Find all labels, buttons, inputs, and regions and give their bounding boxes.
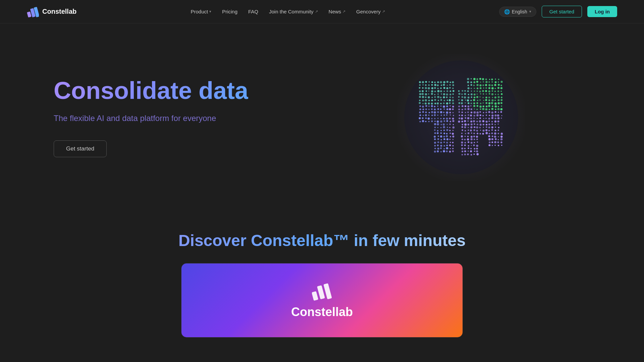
chevron-down-icon: ▾: [209, 9, 211, 14]
svg-point-14: [491, 78, 493, 80]
svg-point-257: [437, 108, 439, 110]
svg-rect-0: [27, 11, 32, 17]
svg-point-292: [465, 112, 466, 113]
video-preview[interactable]: Constellab: [181, 263, 463, 338]
nav-get-started-button[interactable]: Get started: [542, 6, 582, 17]
svg-point-225: [422, 106, 424, 108]
svg-point-327: [489, 115, 490, 116]
svg-point-288: [449, 112, 451, 113]
svg-point-72: [440, 87, 442, 89]
svg-point-431: [452, 130, 454, 131]
nav-community[interactable]: Join the Community ↗: [269, 9, 318, 14]
svg-point-106: [474, 90, 475, 92]
svg-point-263: [458, 109, 460, 110]
nav-product[interactable]: Product ▾: [191, 9, 211, 14]
svg-rect-572: [323, 283, 332, 299]
svg-point-122: [437, 94, 438, 95]
svg-point-110: [485, 90, 487, 92]
svg-point-425: [434, 129, 436, 131]
svg-point-414: [468, 127, 469, 128]
svg-point-19: [425, 81, 427, 83]
svg-point-266: [468, 108, 470, 110]
svg-point-502: [434, 142, 436, 144]
nav-gencovery[interactable]: Gencovery ↗: [356, 9, 385, 14]
svg-point-61: [491, 84, 493, 86]
svg-point-551: [434, 150, 436, 153]
svg-point-130: [464, 93, 466, 95]
svg-point-413: [464, 126, 466, 128]
svg-point-406: [437, 127, 438, 128]
svg-point-46: [434, 84, 436, 86]
svg-point-381: [489, 121, 490, 122]
svg-point-279: [422, 111, 424, 113]
svg-point-107: [477, 90, 478, 92]
nav-login-button[interactable]: Log in: [587, 6, 617, 17]
svg-point-326: [486, 115, 487, 116]
svg-point-412: [462, 126, 463, 128]
svg-point-302: [495, 111, 496, 113]
svg-point-307: [425, 114, 427, 116]
svg-point-374: [467, 120, 469, 122]
svg-point-564: [462, 154, 463, 156]
nav-news[interactable]: News ↗: [329, 9, 346, 14]
hero-get-started-button[interactable]: Get started: [54, 140, 107, 157]
language-selector[interactable]: 🌐 English ▾: [499, 7, 536, 17]
svg-point-226: [425, 105, 427, 107]
svg-point-481: [494, 135, 496, 137]
video-brand-name: Constellab: [291, 305, 353, 319]
svg-point-512: [471, 142, 473, 144]
svg-point-101: [458, 90, 460, 92]
svg-point-372: [462, 121, 463, 122]
svg-point-78: [471, 88, 472, 89]
svg-point-435: [470, 129, 472, 131]
svg-point-136: [483, 93, 484, 95]
svg-point-65: [419, 87, 421, 89]
svg-point-316: [453, 115, 454, 116]
svg-point-565: [464, 154, 466, 155]
globe-icon: 🌐: [504, 9, 510, 14]
svg-point-109: [482, 90, 484, 92]
svg-point-507: [450, 142, 451, 143]
svg-point-310: [434, 114, 436, 116]
brand-logo[interactable]: Constellab: [27, 6, 76, 18]
svg-point-509: [461, 141, 463, 143]
svg-point-355: [491, 117, 493, 119]
svg-point-185: [467, 99, 469, 101]
svg-point-180: [449, 99, 451, 101]
svg-point-325: [482, 115, 484, 116]
svg-point-161: [476, 96, 478, 98]
svg-point-548: [470, 148, 472, 149]
svg-point-314: [446, 114, 447, 116]
svg-point-443: [495, 130, 496, 131]
svg-point-181: [452, 100, 454, 102]
svg-point-484: [434, 138, 436, 140]
svg-point-465: [501, 133, 503, 135]
svg-point-6: [467, 78, 469, 80]
svg-point-159: [471, 97, 472, 98]
globe-svg: dots generated below via JS: [397, 54, 525, 181]
svg-point-547: [468, 147, 469, 149]
svg-point-256: [434, 109, 436, 111]
svg-point-543: [450, 148, 451, 149]
svg-point-445: [434, 132, 436, 134]
svg-point-483: [500, 136, 503, 138]
svg-point-567: [471, 154, 472, 156]
svg-point-486: [440, 139, 442, 140]
svg-point-154: [452, 97, 454, 99]
nav-faq[interactable]: FAQ: [248, 9, 258, 14]
svg-point-47: [437, 84, 439, 86]
svg-point-261: [449, 108, 451, 110]
svg-point-88: [500, 87, 502, 89]
svg-point-534: [492, 145, 493, 146]
svg-point-41: [419, 84, 421, 86]
svg-point-268: [474, 109, 475, 110]
svg-point-359: [419, 121, 421, 122]
svg-point-415: [470, 126, 472, 128]
globe-container: dots generated below via JS: [397, 54, 525, 181]
svg-point-69: [431, 87, 433, 89]
svg-point-553: [440, 151, 442, 153]
svg-point-141: [497, 94, 499, 95]
nav-pricing[interactable]: Pricing: [222, 9, 237, 14]
svg-point-289: [452, 112, 454, 113]
svg-point-173: [428, 100, 430, 101]
